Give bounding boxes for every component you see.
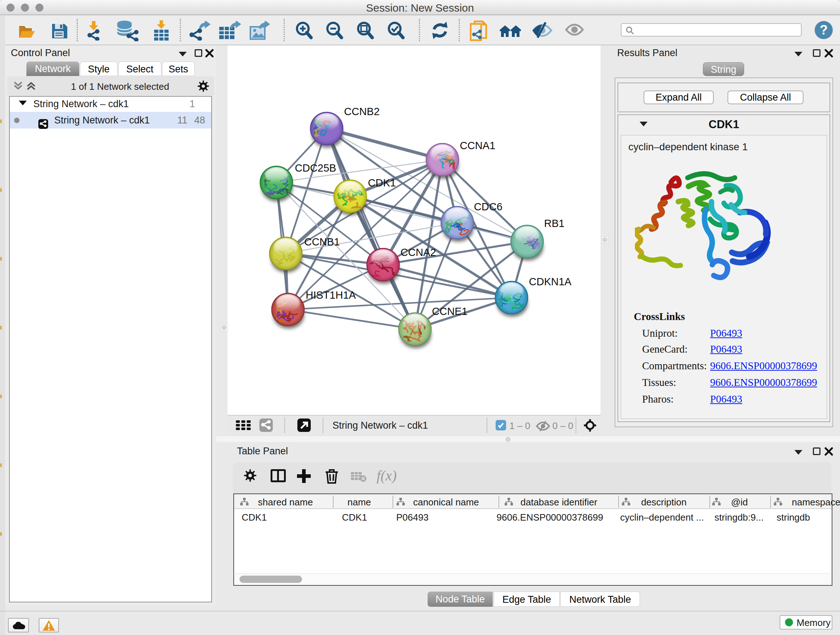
svg-text:CCNA1: CCNA1 [460,140,495,151]
svg-text:CCNA2: CCNA2 [401,247,436,258]
svg-text:RB1: RB1 [544,218,564,229]
svg-text:CCNE1: CCNE1 [432,306,467,317]
svg-text:CDC6: CDC6 [474,201,502,212]
svg-text:CDK1: CDK1 [368,177,396,188]
svg-text:CCNB1: CCNB1 [304,236,340,248]
svg-text:CDKN1A: CDKN1A [529,276,572,287]
svg-text:HIST1H1A: HIST1H1A [306,289,356,301]
svg-text:CDC25B: CDC25B [295,162,336,174]
svg-text:CCNB2: CCNB2 [344,106,379,117]
